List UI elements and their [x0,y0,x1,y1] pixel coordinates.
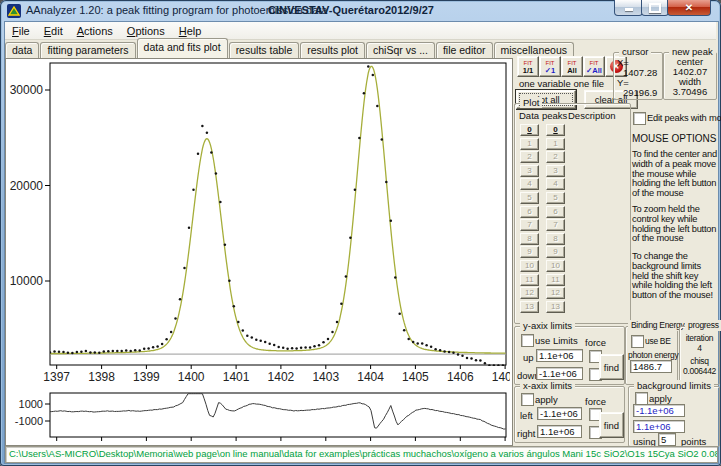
menu-edit[interactable]: Edit [37,24,70,38]
use-be-checkbox[interactable] [631,335,644,348]
use-y-limits-checkbox[interactable] [521,334,534,347]
y-down-field[interactable] [536,367,583,380]
maximize-button[interactable] [641,0,669,16]
check-1-icon: ✓1 [545,67,555,74]
data-plot-button-4[interactable]: 4 [520,178,539,190]
data-plot-button-3[interactable]: 3 [520,165,539,177]
plot-group: Plot Data peaks Description 012345678910… [514,103,631,324]
peaks-plot-button-11[interactable]: 11 [546,274,565,286]
photon-energy-field[interactable] [630,360,672,373]
data-plot-button-0[interactable]: 0 [520,124,539,136]
x-left-field[interactable] [537,407,582,420]
background-low-field[interactable] [633,404,685,417]
peaks-plot-button-10[interactable]: 10 [546,260,565,272]
svg-text:1402: 1402 [268,370,295,384]
use-limits-label: use Limits [535,335,578,346]
background-limits-group: background limits apply using points [628,386,720,447]
peaks-plot-button-0[interactable]: 0 [546,124,565,136]
svg-text:1407: 1407 [492,370,510,384]
x-right-label: right [517,428,535,439]
tab-file-editor[interactable]: file editor [436,42,493,58]
tab-fitting-parameters[interactable]: fitting parameters [40,42,135,58]
x-axis-limits-group: x-axix limits apply force left right fin… [514,386,625,443]
peaks-plot-button-9[interactable]: 9 [546,246,565,258]
new-peak-group: new peak center 1402.07 width 3.70496 [663,52,717,100]
minimize-icon [625,8,633,11]
binding-energy-group: Binding Energy use BE photon energy [625,326,678,385]
check-all-icon: ✓All [586,67,602,74]
data-plot-button-5[interactable]: 5 [520,192,539,204]
x-left-label: left [520,410,533,421]
x-apply-checkbox[interactable] [521,393,534,406]
status-file-path: C:\Users\AS-MICRO\Desktop\Memoria\web pa… [6,447,717,461]
tab-results-table[interactable]: results table [229,42,300,58]
data-plot-button-1[interactable]: 1 [520,138,539,150]
svg-text:1403: 1403 [312,370,339,384]
edit-peaks-checkbox[interactable] [633,112,646,125]
peaks-plot-button-5[interactable]: 5 [546,192,565,204]
svg-text:30000: 30000 [10,83,44,97]
background-high-field[interactable] [633,420,685,433]
peaks-plot-button-7[interactable]: 7 [546,219,565,231]
tab-data-and-fits-plot[interactable]: data and fits plot [137,38,228,58]
window-title-org: CINVESTAV-Querétaro [268,4,385,16]
fit-check-one-button[interactable]: FIT ✓1 [539,56,561,77]
svg-text:1397: 1397 [43,370,70,384]
progress-group: progress iteration 4 chisq 0.006442 [679,326,720,385]
mouse-options-title: MOUSE OPTIONS [632,133,716,144]
data-plot-button-10[interactable]: 10 [520,260,539,272]
data-plot-button-13[interactable]: 13 [520,301,539,313]
data-plot-button-2[interactable]: 2 [520,151,539,163]
fit-one-variable-one-file-button[interactable]: FIT 1/1 [517,56,539,77]
peaks-plot-button-6[interactable]: 6 [546,206,565,218]
x-find-button[interactable]: find [599,412,624,438]
plot-col-description-label: Description [568,110,616,121]
peaks-plot-button-13[interactable]: 13 [546,301,565,313]
data-plot-button-9[interactable]: 9 [520,246,539,258]
fit-all-button[interactable]: FIT All [561,56,583,77]
menu-file[interactable]: File [5,24,37,38]
cursor-y-value: 29196.9 [623,87,657,98]
data-button-column: 012345678910111213 [520,124,537,314]
title-bar[interactable]: AAnalyzer 1.20: a peak fitting program f… [0,0,721,21]
chisq-value: 0.006442 [680,366,719,376]
data-plot-button-8[interactable]: 8 [520,233,539,245]
menu-bar: File Edit Actions Options Help [5,22,716,40]
peaks-plot-button-3[interactable]: 3 [546,165,565,177]
menu-actions[interactable]: Actions [70,24,120,38]
menu-options[interactable]: Options [120,24,172,38]
fit-check-all-button[interactable]: FIT ✓All [583,56,605,77]
data-plot-button-12[interactable]: 12 [520,287,539,299]
using-points-field[interactable] [658,433,676,446]
svg-text:1406: 1406 [447,370,474,384]
fit-all-label: All [567,67,577,74]
data-plot-button-7[interactable]: 7 [520,219,539,231]
background-limits-title: background limits [634,380,714,391]
y-up-field[interactable] [536,349,583,362]
peaks-plot-button-8[interactable]: 8 [546,233,565,245]
data-plot-button-11[interactable]: 11 [520,274,539,286]
tab-chisqr-vs[interactable]: chiSqr vs ... [366,42,435,58]
y-up-label: up [523,352,534,363]
spectrum-and-residual-plot[interactable]: 1000020000300001397139813991400140114021… [6,59,510,443]
menu-help[interactable]: Help [172,24,209,38]
new-peak-width-value: 3.70496 [664,86,716,97]
cursor-group-title: cursor [619,46,651,57]
data-plot-button-6[interactable]: 6 [520,206,539,218]
close-button[interactable]: ✕ [667,0,711,16]
tab-results-plot[interactable]: results plot [300,42,365,58]
close-icon: ✕ [685,2,693,13]
peaks-plot-button-1[interactable]: 1 [546,138,565,150]
svg-text:1405: 1405 [402,370,429,384]
peaks-plot-button-12[interactable]: 12 [546,287,565,299]
tab-data[interactable]: data [5,42,39,58]
peaks-plot-button-4[interactable]: 4 [546,178,565,190]
cursor-group: cursor X= 1407.28 Y= 29196.9 [613,52,663,100]
x-right-field[interactable] [537,425,582,438]
plot-col-data-label: Data [519,110,539,121]
minimize-button[interactable] [614,0,643,16]
y-find-button[interactable]: find [599,354,624,380]
peaks-plot-button-2[interactable]: 2 [546,151,565,163]
mouse-options-para3: To change the background limits held the… [632,252,720,301]
x-axis-limits-title: x-axix limits [520,380,575,391]
